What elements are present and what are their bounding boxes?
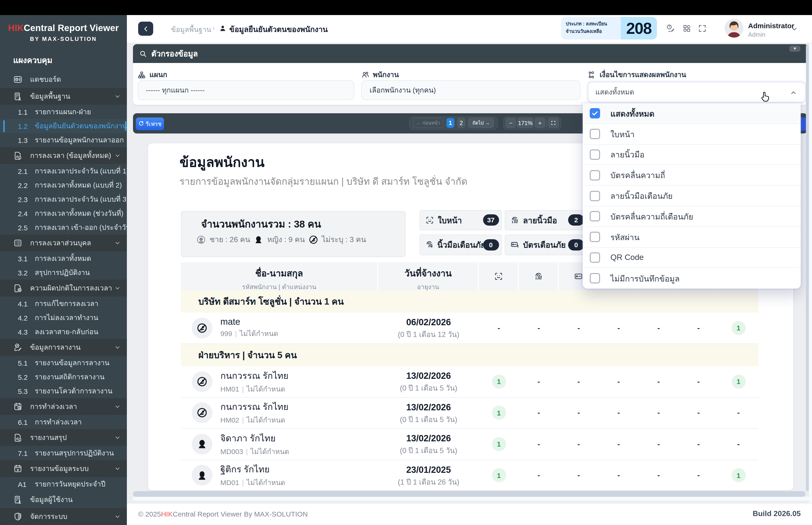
zoom-in-button[interactable]: + (535, 118, 545, 128)
sidebar-subitem[interactable]: 2.5การลงเวลา เข้า-ออก (ประจำวัน) (0, 221, 127, 235)
empty-value: - (617, 409, 620, 417)
horizontal-scrollbar-track[interactable] (133, 497, 812, 500)
employee-position: ไม่ได้กำหนด (247, 479, 285, 487)
refresh-button[interactable]: รีเฟรช (136, 117, 164, 130)
chevron-down-icon (114, 153, 120, 159)
sidebar-item[interactable]: รายงานสรุป (0, 429, 127, 446)
report-subtitle: รายการข้อมูลพนักงานจัดกลุ่มรายแผนก | บริ… (180, 174, 467, 189)
employee-label: พนักงาน (361, 69, 399, 80)
checkbox[interactable] (590, 108, 600, 119)
sidebar-subitem[interactable]: 4.1การแก้ไขการลงเวลา (0, 297, 127, 311)
stat-chip: ลายนิ้วมือ2 (505, 210, 587, 230)
employee-position: ไม่ได้กำหนด (251, 448, 289, 455)
sidebar-item[interactable]: ข้อมูลผู้ใช้งาน (0, 491, 127, 508)
group-row-title: บริษัท ดีสมาร์ท โซลูชั่น | จำนวน 1 คน (198, 295, 344, 309)
sidebar-item-label: ความผิดปกติในการลงเวลา (30, 283, 114, 294)
empty-value: - (657, 377, 660, 386)
sidebar-item[interactable]: การทำล่วงเวลา (0, 398, 127, 415)
checkbox[interactable] (590, 252, 600, 263)
checkbox[interactable] (590, 232, 600, 242)
breadcrumb-current: ข้อมูลยืนยันตัวตนของพนักงาน (229, 24, 328, 35)
sidebar-subitem-label: ข้อมูลยืนยันตัวตนของพนักงาน (35, 120, 127, 132)
chevron-down-icon (114, 240, 120, 246)
sidebar-item[interactable]: จัดการระบบ (0, 508, 127, 525)
sidebar-item[interactable]: แดชบอร์ด (0, 71, 127, 88)
fit-screen-button[interactable] (548, 118, 559, 128)
sidebar-subitem[interactable]: 1.3รายงานข้อมูลพนักงานลาออก (0, 133, 127, 147)
sidebar-subitem-label: ลงเวลาสาย-กลับก่อน (35, 326, 98, 338)
sidebar-subitem[interactable]: 5.1รายงานข้อมูลการลางาน (0, 356, 127, 370)
checkbox[interactable] (590, 211, 600, 222)
filter-collapse-button[interactable]: ▼ (790, 45, 800, 51)
license-badge: ประเภท : ลงทะเบียน จำนวนวันคงเหลือ 208 (561, 17, 657, 40)
dropdown-option[interactable]: ใบหน้า (583, 124, 801, 145)
sidebar-subitem[interactable]: 3.1การลงเวลาทั้งหมด (0, 252, 127, 266)
employee-row: จิดาภา รักไทยMD003|ไม่ได้กำหนด13/02/2026… (181, 429, 759, 460)
sidebar-subitem[interactable]: 6.1การทำล่วงเวลา (0, 415, 127, 429)
sidebar-subitem[interactable]: 4.3ลงเวลาสาย-กลับก่อน (0, 325, 127, 339)
sidebar-item[interactable]: รายงานข้อมูลระบบ (0, 460, 127, 477)
sidebar-subitem[interactable]: 2.4การลงเวลาทั้งหมด (ช่วงวันที่) (0, 206, 127, 221)
employee-row: ฐิติกร รักไทยMD01|ไม่ได้กำหนด23/01/2025(… (181, 460, 759, 490)
dropdown-option[interactable]: รหัสผ่าน (583, 227, 801, 248)
horizontal-scrollbar-thumb[interactable] (133, 491, 806, 497)
sidebar-subitem[interactable]: 5.3รายงานโควต้าการลางาน (0, 384, 127, 398)
checkbox[interactable] (590, 149, 600, 160)
checkbox[interactable] (590, 273, 600, 284)
dropdown-option[interactable]: บัตรคลื่นความถี่เตือนภัย (583, 206, 801, 227)
dropdown-option[interactable]: QR Code (583, 247, 801, 268)
user-name[interactable]: Administrator (748, 21, 794, 30)
checkbox[interactable] (590, 191, 600, 201)
sidebar-item[interactable]: ข้อมูลการลางาน (0, 339, 127, 356)
checkbox[interactable] (590, 170, 600, 180)
chevron-down-icon[interactable] (791, 26, 797, 32)
sidebar-subitem-active[interactable]: 1.2ข้อมูลยืนยันตัวตนของพนักงาน (0, 119, 127, 133)
vertical-scrollbar-track[interactable] (809, 43, 812, 503)
empty-value: - (538, 471, 540, 480)
sidebar-subitem[interactable]: 4.2การไม่ลงเวลาทำงาน (0, 311, 127, 325)
sidebar-item[interactable]: การลงเวลาส่วนบุคล (0, 235, 127, 252)
help-edit-icon[interactable]: ? (666, 24, 675, 33)
checkbox[interactable] (590, 129, 600, 139)
doc-x-icon (13, 283, 22, 293)
sidebar-item[interactable]: ข้อมูลพื้นฐาน (0, 88, 127, 105)
stat-chip-value: 0 (483, 239, 499, 251)
sidebar-subitem[interactable]: 2.1การลงเวลาประจำวัน (แบบที่ 1) (0, 164, 127, 178)
sidebar-item[interactable]: ความผิดปกติในการลงเวลา (0, 280, 127, 297)
dropdown-option[interactable]: บัตรคลื่นความถี่ (583, 165, 801, 186)
zoom-out-button[interactable]: − (506, 118, 516, 128)
summary-female: หญิง : 9 คน (267, 234, 305, 245)
sidebar-subitem[interactable]: 2.3การลงเวลาประจำวัน (แบบที่ 3) (0, 192, 127, 206)
count-badge: 1 (492, 468, 506, 482)
department-placeholder: ------ ทุกแผนก ------ (146, 85, 205, 96)
back-button[interactable] (138, 21, 153, 36)
fullscreen-icon[interactable] (698, 24, 707, 33)
sidebar-subitem[interactable]: 7.1รายงานสรุปการปฏิบัติงาน (0, 446, 127, 460)
prev-page-button[interactable]: ← ก่อนหน้า (413, 118, 443, 128)
sidebar-item[interactable]: การลงเวลา (ข้อมูลทั้งหมด) (0, 147, 127, 164)
sidebar-subitem[interactable]: A1รายการวันหยุดประจำปี (0, 477, 127, 491)
dropdown-option[interactable]: แสดงทั้งหมด (583, 103, 801, 124)
avatar[interactable] (724, 19, 744, 38)
apps-grid-icon[interactable] (682, 24, 691, 33)
breadcrumb-parent[interactable]: ข้อมูลพื้นฐาน (171, 24, 211, 35)
dropdown-option[interactable]: ลายนิ้วมือเตือนภัย (583, 186, 801, 206)
card-alert-icon (510, 240, 519, 249)
next-page-button[interactable]: ถัดไป → (468, 118, 494, 128)
sidebar-subitem[interactable]: 3.2สรุปการปฏิบัติงาน (0, 266, 127, 280)
sidebar-item-label: รายงานสรุป (30, 432, 114, 443)
page-2-button[interactable]: 2 (457, 118, 465, 128)
dropdown-option[interactable]: ไม่มีการบันทึกข้อมูล (583, 268, 801, 289)
vertical-scrollbar-thumb[interactable] (806, 45, 809, 491)
page-1-button[interactable]: 1 (446, 118, 455, 128)
dropdown-option[interactable]: ลายนิ้วมือ (583, 145, 801, 165)
sidebar-subitem[interactable]: 1.1รายการแผนก-ฝ่าย (0, 105, 127, 119)
condition-select[interactable]: แสดงทั้งหมด (588, 82, 806, 103)
employee-input[interactable]: เลือกพนักงาน (ทุกคน) (361, 80, 580, 100)
calendar-clock-icon (13, 402, 22, 411)
department-input[interactable]: ------ ทุกแผนก ------ (137, 80, 354, 100)
sidebar-subitem[interactable]: 2.2การลงเวลาทั้งหมด (แบบที่ 2) (0, 178, 127, 192)
sidebar-subitem[interactable]: 5.2รายงานสถิติการลางาน (0, 370, 127, 384)
table-body: บริษัท ดีสมาร์ท โซลูชั่น | จำนวน 1 คนmat… (181, 290, 759, 490)
zoom-level[interactable]: 171% (517, 118, 533, 128)
